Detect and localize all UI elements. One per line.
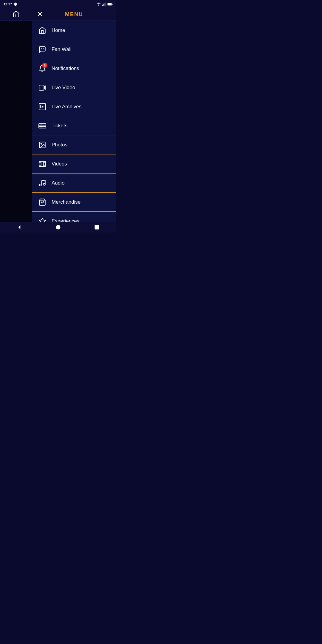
menu-item-videos[interactable]: Videos	[32, 154, 116, 174]
menu-label-live-archives: Live Archives	[52, 104, 81, 110]
fan-wall-icon	[38, 45, 47, 54]
svg-rect-1	[102, 5, 103, 6]
svg-marker-36	[39, 218, 46, 222]
settings-icon	[14, 2, 17, 6]
svg-marker-16	[42, 105, 44, 108]
svg-point-12	[43, 48, 44, 49]
photos-icon	[38, 140, 47, 149]
svg-rect-43	[95, 225, 99, 230]
svg-marker-41	[18, 225, 21, 230]
svg-rect-3	[104, 3, 104, 6]
svg-rect-4	[105, 3, 105, 6]
back-button[interactable]	[13, 222, 25, 233]
svg-rect-18	[39, 123, 46, 128]
menu-label-live-video: Live Video	[52, 85, 75, 91]
tickets-icon	[38, 121, 47, 130]
svg-point-33	[39, 184, 41, 186]
menu-label-notifications: Notifications	[52, 66, 79, 72]
menu-item-fan-wall[interactable]: Fan Wall	[32, 40, 116, 59]
notification-badge: 8	[42, 63, 47, 68]
time-display: 12:27	[4, 2, 12, 6]
menu-label-audio: Audio	[52, 180, 64, 186]
top-bar: MENU	[0, 8, 116, 21]
home-nav-button[interactable]	[52, 222, 64, 233]
home-icon	[38, 26, 47, 35]
live-video-icon	[38, 83, 47, 92]
menu-label-fan-wall: Fan Wall	[52, 47, 71, 52]
battery-icon	[107, 2, 113, 6]
signal-icon	[102, 2, 106, 6]
svg-point-42	[56, 225, 61, 230]
svg-point-0	[98, 5, 99, 6]
menu-item-live-video[interactable]: Live Video	[32, 78, 116, 97]
menu-item-photos[interactable]: Photos	[32, 135, 116, 154]
menu-title: MENU	[43, 11, 105, 18]
menu-item-home[interactable]: Home	[32, 21, 116, 40]
svg-rect-8	[108, 3, 112, 5]
menu-item-audio[interactable]: Audio	[32, 174, 116, 193]
close-button[interactable]	[37, 11, 43, 18]
menu-item-merchandise[interactable]: Merchandise	[32, 193, 116, 212]
svg-rect-13	[39, 85, 44, 90]
menu-label-experiences: Experiences	[52, 218, 80, 222]
recent-button[interactable]	[91, 222, 103, 233]
menu-item-experiences[interactable]: Experiences	[32, 212, 116, 222]
menu-label-tickets: Tickets	[52, 123, 67, 129]
menu-item-tickets[interactable]: Tickets	[32, 116, 116, 135]
videos-icon	[38, 160, 47, 168]
merchandise-icon	[38, 198, 47, 207]
audio-icon	[38, 179, 47, 188]
experiences-icon	[38, 217, 47, 222]
svg-point-34	[43, 183, 45, 185]
svg-rect-5	[106, 3, 106, 6]
wifi-icon	[97, 2, 101, 6]
status-bar: 12:27	[0, 0, 116, 8]
drawer-menu: Home Fan Wall 8 Notifications	[32, 21, 116, 222]
bottom-navigation	[0, 222, 116, 233]
live-archives-icon	[38, 102, 47, 111]
menu-label-photos: Photos	[52, 142, 67, 148]
menu-label-merchandise: Merchandise	[52, 199, 80, 205]
svg-point-24	[41, 143, 42, 144]
home-button[interactable]	[13, 10, 20, 19]
menu-label-videos: Videos	[52, 161, 67, 167]
svg-rect-7	[112, 4, 112, 5]
menu-item-notifications[interactable]: 8 Notifications	[32, 59, 116, 78]
svg-point-11	[41, 48, 42, 49]
menu-label-home: Home	[52, 27, 65, 33]
menu-item-live-archives[interactable]: Live Archives	[32, 97, 116, 116]
svg-rect-2	[103, 4, 103, 6]
background-overlay	[0, 21, 32, 222]
